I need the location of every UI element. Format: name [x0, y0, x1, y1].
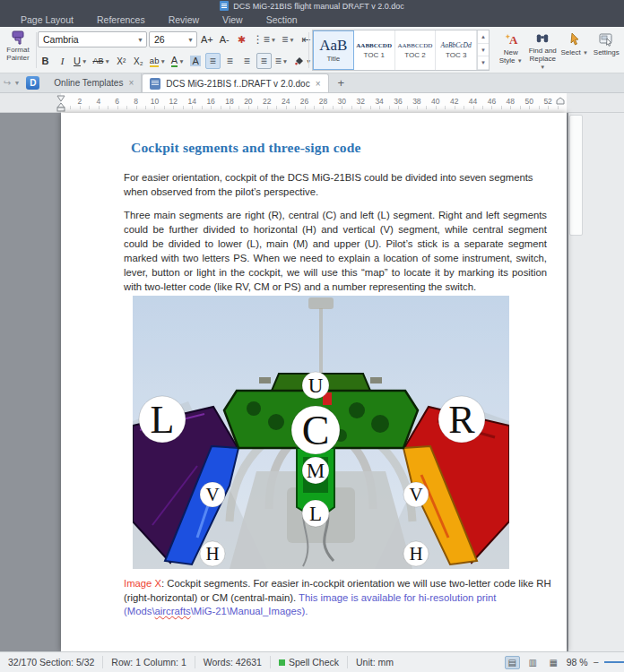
toolbar-separator [36, 32, 37, 68]
font-color-button[interactable]: A▼ [169, 53, 186, 69]
row-column-status[interactable]: Row: 1 Column: 1 [103, 656, 195, 668]
underline-button[interactable]: U▼ [72, 53, 89, 69]
horizontal-ruler: 2468101214161820222426283032343638404244… [0, 93, 624, 113]
spell-check-status[interactable]: Spell Check [271, 656, 348, 668]
menu-references[interactable]: References [85, 14, 157, 25]
new-style-button[interactable]: A New Style ▼ [495, 30, 527, 72]
style-toc2[interactable]: AABBCCDD TOC 2 [395, 30, 437, 70]
select-button[interactable]: Select ▼ [559, 30, 591, 72]
outline-view-icon[interactable]: ▥ [525, 656, 541, 669]
menu-review[interactable]: Review [157, 14, 211, 25]
gallery-scroll-down[interactable]: ▼ [478, 44, 489, 57]
shrink-font-button[interactable]: A- [217, 31, 232, 47]
ruler-number: 6 [115, 97, 119, 106]
tab-online-templates[interactable]: Online Templates × [47, 73, 142, 92]
font-size-combo[interactable]: 26 ▼ [149, 31, 197, 47]
segment-right-h-label: H [409, 543, 422, 564]
ruler-number: 16 [206, 97, 214, 106]
align-left-button[interactable]: ≡ [205, 53, 221, 69]
ruler-number: 36 [394, 97, 402, 106]
page-count-status[interactable]: 32/170 Section: 5/32 [0, 656, 103, 668]
ruler-number: 46 [488, 97, 496, 106]
numbering-button[interactable]: ≡▼ [280, 31, 296, 47]
grow-font-button[interactable]: A+ [199, 31, 215, 47]
paragraph-1: For easier orientation, cockpit of the D… [124, 170, 547, 199]
line-spacing-button[interactable]: ≡▼ [273, 53, 290, 69]
close-icon[interactable]: × [128, 78, 134, 88]
style-title[interactable]: AaB Title [313, 30, 354, 70]
cockpit-segments-image: L R U C M L V H V [133, 296, 509, 569]
ruler-number: 12 [169, 97, 178, 106]
indent-markers[interactable] [56, 95, 66, 112]
page-view-icon[interactable]: ▤ [505, 656, 520, 669]
zoom-out-button[interactable]: − [594, 657, 599, 668]
find-and-replace-button[interactable]: Find and Replace ▼ [527, 30, 559, 72]
gallery-more-button[interactable]: ▼ [478, 56, 489, 70]
text-effects-button[interactable]: ✱ [234, 31, 249, 47]
subscript-button[interactable]: X₂ [131, 53, 146, 69]
close-icon[interactable]: × [316, 79, 321, 89]
right-indent-marker[interactable] [555, 97, 566, 106]
new-style-icon: A [503, 31, 519, 47]
gallery-scroll-up[interactable]: ▲ [478, 30, 489, 44]
window-title: DCS MiG-21BIS flight manual DRAFT v 2.0.… [233, 2, 403, 11]
highlight-color-button[interactable]: ab▼ [148, 53, 168, 69]
font-size-value: 26 [154, 34, 165, 45]
share-arrow-icon[interactable]: ↪ [4, 78, 11, 88]
strikethrough-button[interactable]: AB▼ [91, 53, 111, 69]
app-logo-icon[interactable]: D [26, 76, 39, 90]
new-tab-button[interactable]: + [329, 76, 354, 90]
document-page[interactable]: Cockpit segments and three-sign code For… [61, 113, 567, 651]
shading-fill-button[interactable]: ▼ [291, 53, 313, 69]
spell-check-indicator-icon [279, 659, 285, 666]
status-bar: 32/170 Section: 5/32 Row: 1 Column: 1 Wo… [0, 651, 624, 672]
ruler-number: 26 [300, 97, 308, 106]
vertical-scrollbar[interactable] [568, 113, 624, 651]
paint-bucket-icon [293, 56, 305, 67]
character-shading-button[interactable]: A [188, 53, 204, 69]
segment-left-v-label: V [205, 484, 219, 505]
ruler-number: 14 [187, 97, 195, 106]
ruler-number: 28 [319, 97, 327, 106]
menu-page-layout[interactable]: Page Layout [9, 14, 85, 25]
caption-label: Image X [124, 578, 161, 589]
italic-button[interactable]: I [55, 53, 70, 69]
ruler-number: 2 [78, 97, 82, 106]
format-painter-icon [10, 30, 26, 46]
document-viewport[interactable]: Cockpit segments and three-sign code For… [0, 113, 624, 651]
menu-section[interactable]: Section [255, 14, 309, 25]
ruler-number: 42 [450, 97, 458, 106]
style-toc3[interactable]: AaBbCcDd TOC 3 [436, 30, 477, 70]
font-name-combo[interactable]: Cambria ▼ [38, 31, 147, 47]
figure-caption: Image X: Cockpit segments. For easier in… [124, 577, 552, 619]
web-view-icon[interactable]: ▦ [546, 656, 561, 669]
bold-button[interactable]: B [38, 53, 53, 69]
ruler-number: 40 [431, 97, 439, 106]
section-heading: Cockpit segments and three-sign code [131, 140, 361, 156]
style-toc1[interactable]: AABBCCDD TOC 1 [354, 30, 395, 70]
segment-central-label: C [302, 408, 330, 453]
segment-left-label: L [151, 398, 175, 442]
settings-button[interactable]: Settings [591, 30, 623, 72]
tab-document[interactable]: DCS MiG-21BIS f..DRAFT v 2.0.doc × [142, 73, 328, 92]
unit-status[interactable]: Unit: mm [348, 656, 402, 668]
format-painter-button[interactable]: Format Painter [2, 30, 34, 71]
ruler-number: 20 [244, 97, 252, 106]
align-right-button[interactable]: ≡ [239, 53, 255, 69]
paragraph-2: Three main segments are right (R), centr… [124, 208, 547, 294]
chevron-down-icon: ▼ [187, 37, 194, 43]
zoom-slider[interactable] [604, 661, 624, 663]
menu-view[interactable]: View [211, 14, 255, 25]
superscript-button[interactable]: X² [114, 53, 129, 69]
chevron-down-icon[interactable]: ▼ [13, 80, 20, 86]
ruler-number: 34 [375, 97, 383, 106]
segment-right-label: R [448, 398, 475, 442]
scrollbar-thumb[interactable] [569, 115, 583, 236]
justify-button[interactable]: ≡ [256, 53, 272, 69]
align-center-button[interactable]: ≡ [222, 53, 238, 69]
ruler-number: 44 [469, 97, 477, 106]
toolbar-row-format: B I U▼ AB▼ X² X₂ ab▼ A▼ A ≡ ≡ ≡ ≡ ≡▼ ▼ ⊞… [38, 52, 334, 70]
word-count-status[interactable]: Words: 42631 [195, 656, 271, 668]
bullets-button[interactable]: ⋮≡▼ [251, 31, 278, 47]
chevron-down-icon: ▼ [137, 37, 143, 43]
